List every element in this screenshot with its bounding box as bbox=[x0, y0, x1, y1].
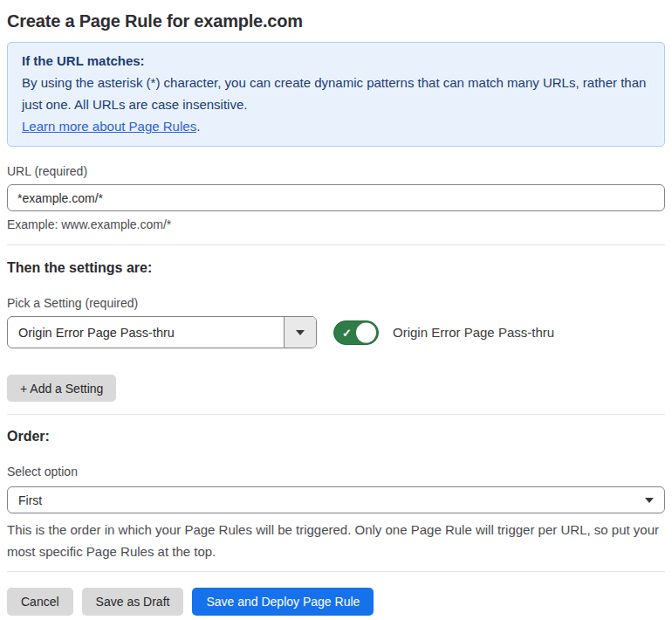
url-input[interactable] bbox=[7, 184, 665, 211]
chevron-down-icon bbox=[645, 498, 654, 503]
toggle-knob bbox=[356, 322, 376, 342]
info-box-link-line: Learn more about Page Rules. bbox=[22, 115, 650, 137]
divider bbox=[7, 571, 665, 572]
check-icon: ✓ bbox=[342, 327, 352, 338]
page-rule-form: Create a Page Rule for example.com If th… bbox=[0, 9, 672, 616]
divider bbox=[7, 245, 665, 245]
save-draft-button[interactable]: Save as Draft bbox=[82, 588, 184, 616]
order-select[interactable]: First bbox=[7, 486, 665, 513]
learn-more-link[interactable]: Learn more about Page Rules bbox=[22, 119, 196, 134]
url-example-helper: Example: www.example.com/* bbox=[7, 217, 665, 232]
setting-select-arrow-button[interactable] bbox=[284, 317, 316, 348]
info-box-heading: If the URL matches: bbox=[22, 50, 650, 72]
add-setting-button[interactable]: + Add a Setting bbox=[7, 375, 116, 402]
divider bbox=[7, 414, 665, 415]
order-select-label: Select option bbox=[7, 465, 665, 479]
link-suffix: . bbox=[196, 119, 200, 134]
footer-actions: Cancel Save as Draft Save and Deploy Pag… bbox=[7, 588, 665, 616]
url-match-info-box: If the URL matches: By using the asteris… bbox=[7, 42, 665, 147]
save-deploy-button[interactable]: Save and Deploy Page Rule bbox=[192, 588, 374, 616]
pick-setting-label: Pick a Setting (required) bbox=[7, 296, 665, 311]
chevron-down-icon bbox=[296, 330, 305, 335]
setting-toggle-label: Origin Error Page Pass-thru bbox=[393, 325, 554, 340]
settings-section-heading: Then the settings are: bbox=[7, 259, 665, 277]
setting-select-value: Origin Error Page Pass-thru bbox=[8, 317, 284, 348]
info-box-body: By using the asterisk (*) character, you… bbox=[22, 72, 650, 115]
order-select-value: First bbox=[18, 493, 42, 507]
setting-select[interactable]: Origin Error Page Pass-thru bbox=[7, 316, 317, 348]
setting-row: Origin Error Page Pass-thru ✓ Origin Err… bbox=[7, 316, 665, 348]
setting-toggle[interactable]: ✓ bbox=[333, 320, 379, 345]
url-field-label: URL (required) bbox=[7, 164, 665, 179]
order-helper-text: This is the order in which your Page Rul… bbox=[7, 519, 663, 562]
order-section-heading: Order: bbox=[7, 428, 665, 445]
page-title: Create a Page Rule for example.com bbox=[7, 9, 665, 33]
cancel-button[interactable]: Cancel bbox=[7, 588, 73, 616]
